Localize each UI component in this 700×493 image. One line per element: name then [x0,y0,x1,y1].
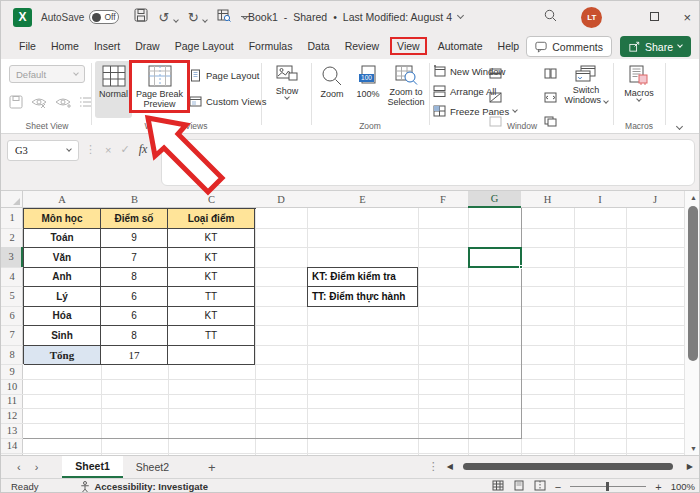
table-cell[interactable]: 7 [101,248,168,268]
table-total-value-cell[interactable]: 17 [101,346,168,366]
horizontal-scrollbar-track[interactable] [461,462,679,471]
column-header-j[interactable]: J [626,191,684,208]
redo-button[interactable]: ↻ [188,8,207,26]
zoom-slider[interactable] [570,486,646,487]
search-button[interactable] [544,8,557,26]
horizontal-scrollbar-thumb[interactable] [463,463,673,470]
sheet-nav-left-button[interactable]: ‹ [17,461,21,473]
synchronous-scrolling-button[interactable] [544,89,557,107]
comments-button[interactable]: Comments [526,36,612,57]
status-page-break-button[interactable] [534,480,546,493]
keep-sheet-view-button[interactable] [9,95,23,113]
table-header-cell[interactable]: Điểm số [101,209,168,229]
column-header-h[interactable]: H [521,191,574,208]
ribbon-tab-help[interactable]: Help [494,38,524,54]
ribbon-tab-draw[interactable]: Draw [131,38,164,54]
status-page-layout-button[interactable] [513,480,525,493]
table-cell[interactable]: 8 [101,326,168,346]
close-button[interactable]: × [683,10,691,25]
table-empty-cell[interactable] [168,346,255,366]
row-header-12[interactable]: 12 [1,408,23,423]
selected-cell-g3[interactable] [468,247,522,268]
scroll-left-arrow-icon[interactable]: ◀ [447,462,453,471]
table-cell[interactable]: 8 [101,268,168,288]
add-sheet-button[interactable]: + [196,456,228,478]
column-header-g[interactable]: G [468,191,521,208]
column-header-e[interactable]: E [307,191,418,208]
table-cell[interactable]: KT [168,307,255,327]
table-header-cell[interactable]: Loại điểm [168,209,255,229]
fill-handle[interactable] [519,265,523,269]
accessibility-status[interactable]: Accessibility: Investigate [80,481,208,493]
exit-sheet-view-button[interactable] [31,95,47,113]
column-header-f[interactable]: F [418,191,468,208]
zoom-button[interactable]: Zoom [315,61,349,118]
table-cell[interactable]: 6 [101,307,168,327]
table-cell[interactable]: TT [168,287,255,307]
ribbon-tab-insert[interactable]: Insert [90,38,124,54]
table-cell[interactable]: Anh [24,268,101,288]
autosave-switch[interactable]: Off [89,10,119,24]
show-button[interactable]: Show [267,61,307,121]
table-cell[interactable]: Sinh [24,326,101,346]
share-button[interactable]: Share [620,36,691,57]
row-header-5[interactable]: 5 [1,286,23,306]
table-cell[interactable]: 6 [101,287,168,307]
legend-note-cell[interactable]: KT: Điểm kiểm tra [307,267,418,288]
freeze-panes-button[interactable]: Freeze Panes [433,105,517,117]
ribbon-tab-view[interactable]: View [390,37,427,55]
table-cell[interactable]: Lý [24,287,101,307]
zoom-slider-thumb[interactable] [606,482,609,491]
table-cell[interactable]: KT [168,268,255,288]
row-header-2[interactable]: 2 [1,228,23,248]
table-cell[interactable]: 9 [101,229,168,249]
document-title-area[interactable]: Book1 - Shared • Last Modified: August 4 [248,1,463,33]
status-normal-view-button[interactable] [492,480,504,493]
arrange-all-button[interactable]: Arrange All [433,85,496,97]
table-cell[interactable]: Toán [24,229,101,249]
undo-button[interactable]: ↺ [158,8,177,26]
row-header-1[interactable]: 1 [1,208,23,228]
column-header-i[interactable]: I [574,191,626,208]
column-header-d[interactable]: D [255,191,307,208]
ribbon-tab-automate[interactable]: Automate [434,38,487,54]
row-header-8[interactable]: 8 [1,345,23,365]
ribbon-tab-page-layout[interactable]: Page Layout [171,38,238,54]
ribbon-tab-formulas[interactable]: Formulas [245,38,297,54]
row-header-14[interactable]: 14 [1,438,23,453]
split-button[interactable] [489,65,502,83]
vertical-scrollbar[interactable]: ▲ ▼ [684,191,700,455]
row-header-4[interactable]: 4 [1,267,23,287]
table-cell[interactable]: Văn [24,248,101,268]
autosave-toggle[interactable]: AutoSave Off [41,10,119,24]
column-header-a[interactable]: A [23,191,101,208]
view-side-by-side-button[interactable] [544,65,557,83]
name-box-splitter[interactable]: ⋮ [85,143,96,156]
table-cell[interactable]: TT [168,326,255,346]
zoom-100-button[interactable]: 100 100% [351,61,385,118]
table-header-cell[interactable]: Môn học [24,209,101,229]
maximize-button[interactable] [650,10,659,24]
sheet-view-dropdown[interactable]: Default [9,65,85,83]
ribbon-tab-home[interactable]: Home [47,38,83,54]
ribbon-tab-data[interactable]: Data [303,38,333,54]
hide-window-button[interactable] [489,89,502,107]
sheet-tab-sheet2[interactable]: Sheet2 [123,456,182,478]
row-header-3[interactable]: 3 [1,247,23,267]
scroll-right-arrow-icon[interactable]: ▶ [687,462,693,471]
zoom-to-selection-button[interactable]: Zoom toSelection [387,61,425,118]
legend-note-cell[interactable]: TT: Điểm thực hành [307,286,418,307]
zoom-out-button[interactable]: − [555,481,561,493]
find-in-sheet-button[interactable] [217,8,231,26]
table-cell[interactable]: KT [168,248,255,268]
avatar[interactable]: LT [581,7,602,28]
vertical-scrollbar-thumb[interactable] [688,206,698,361]
new-sheet-view-button[interactable] [55,95,71,113]
macros-button[interactable]: Macros [619,61,659,118]
row-header-10[interactable]: 10 [1,379,23,394]
table-total-label-cell[interactable]: Tổng [24,346,101,366]
switch-windows-button[interactable]: SwitchWindows [561,61,611,121]
cancel-entry-button[interactable]: × [105,144,111,156]
sheet-options-dots-icon[interactable]: ⋮ [428,460,439,473]
sheet-tab-sheet1[interactable]: Sheet1 [62,456,122,478]
